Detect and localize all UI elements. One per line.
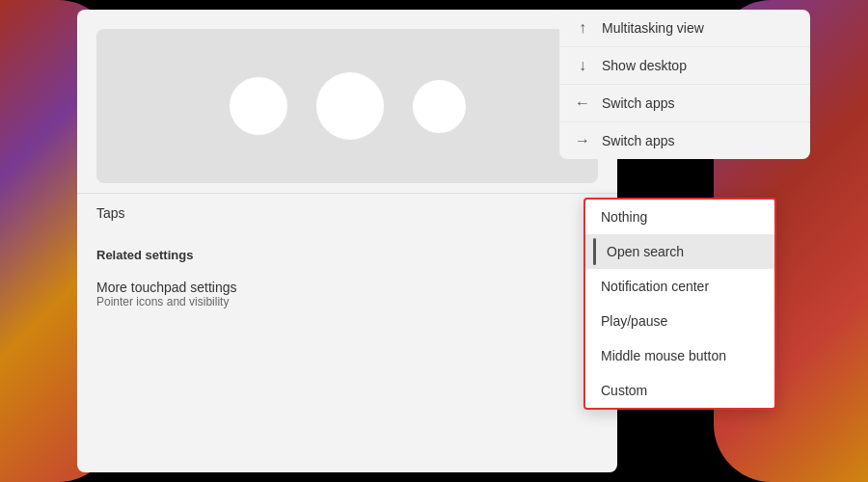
- dropdown-label-custom: Custom: [601, 383, 647, 398]
- gesture-item-multitasking[interactable]: ↑ Multitasking view: [559, 10, 810, 47]
- dropdown-item-notification-center[interactable]: Notification center: [585, 269, 774, 304]
- dropdown-item-nothing[interactable]: Nothing: [585, 200, 774, 234]
- settings-item-subtitle: Pointer icons and visibility: [96, 295, 598, 308]
- gesture-label-switch-apps-left: Switch apps: [602, 95, 674, 111]
- gesture-label-show-desktop: Show desktop: [602, 58, 687, 73]
- dropdown-item-custom[interactable]: Custom: [585, 373, 774, 408]
- arrow-left-icon: ←: [575, 94, 590, 112]
- gesture-panel: ↑ Multitasking view ↓ Show desktop ← Swi…: [559, 10, 810, 159]
- gesture-item-switch-apps-left[interactable]: ← Switch apps: [559, 85, 810, 122]
- arrow-right-icon: →: [575, 132, 590, 149]
- arrow-up-icon: ↑: [575, 19, 590, 37]
- taps-label: Taps: [96, 205, 125, 221]
- settings-item-title: More touchpad settings: [96, 280, 598, 295]
- arrow-down-icon: ↓: [575, 57, 590, 74]
- dropdown-label-notification-center: Notification center: [601, 279, 709, 294]
- dropdown-label-play-pause: Play/pause: [601, 313, 667, 329]
- touchpad-dot-center: [316, 72, 384, 140]
- gesture-label-switch-apps-right: Switch apps: [602, 133, 674, 148]
- dropdown-label-nothing: Nothing: [601, 209, 647, 225]
- touchpad-dot-left: [230, 77, 287, 135]
- related-settings-title: Related settings: [96, 248, 598, 262]
- gesture-item-switch-apps-right[interactable]: → Switch apps: [559, 122, 810, 159]
- settings-panel: Taps Related settings More touchpad sett…: [77, 10, 617, 472]
- related-settings-section: Related settings More touchpad settings …: [77, 232, 617, 324]
- dropdown-label-open-search: Open search: [607, 244, 684, 259]
- touchpad-dot-right: [413, 80, 466, 133]
- taps-row: Taps: [77, 193, 617, 232]
- dropdown-item-middle-mouse[interactable]: Middle mouse button: [585, 338, 774, 373]
- dropdown-item-open-search[interactable]: Open search: [585, 234, 774, 269]
- dropdown-item-play-pause[interactable]: Play/pause: [585, 304, 774, 338]
- dropdown-label-middle-mouse: Middle mouse button: [601, 348, 726, 363]
- dropdown-menu: Nothing Open search Notification center …: [583, 198, 776, 410]
- touchpad-illustration: [96, 29, 598, 183]
- gesture-label-multitasking: Multitasking view: [602, 20, 704, 36]
- settings-item-touchpad[interactable]: More touchpad settings Pointer icons and…: [96, 272, 598, 316]
- gesture-item-show-desktop[interactable]: ↓ Show desktop: [559, 47, 810, 85]
